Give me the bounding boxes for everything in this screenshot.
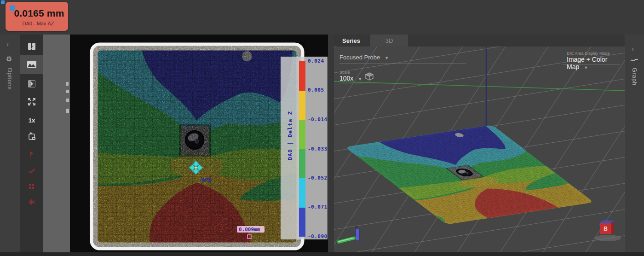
gear-icon[interactable]: ⚙	[6, 55, 12, 63]
colorbar-segment	[299, 61, 305, 91]
check-tool-button[interactable]	[20, 163, 43, 179]
colorbar-title: DA0 | Delta Z	[287, 111, 293, 160]
display-mode-label: DIC Area Display Mode	[567, 51, 610, 56]
colorbar-tick: 0.005	[308, 87, 329, 93]
navigation-cube[interactable]: B	[594, 220, 624, 242]
image-view-button[interactable]	[20, 55, 43, 74]
view-tabbar: Series 3D	[334, 35, 625, 47]
expand-arrows-icon	[28, 98, 36, 106]
options-panel-strip: › ⚙ Options	[0, 35, 20, 252]
split-image-left-icon	[28, 42, 36, 51]
probe-label: AP0	[201, 177, 212, 183]
colorbar-segment	[299, 120, 305, 149]
dropdown-underline	[339, 64, 466, 64]
colorbar-tick: -0.014	[308, 116, 329, 122]
clipped-ui-marks	[66, 109, 69, 113]
panel-divider[interactable]	[328, 35, 334, 252]
probe-dot-3d	[472, 134, 475, 136]
result-badge[interactable]: 0.0165 mm DA0 - Max ΔZ	[6, 2, 68, 31]
copy-view-button[interactable]	[20, 128, 43, 144]
axis-triad: z	[336, 223, 365, 248]
chevron-down-icon: ▼	[358, 77, 362, 81]
navcube-base	[594, 235, 621, 241]
zoom-level-label: 1x	[29, 117, 35, 124]
scale-label: Scale	[339, 70, 350, 75]
colorbar-tick: -0.033	[308, 146, 329, 152]
graph-panel-strip[interactable]: › Graph	[625, 35, 644, 252]
colorbar-tick: -0.090	[308, 233, 329, 239]
colorbar-tick: 0.024	[308, 58, 329, 64]
specimen-color-map-2d[interactable]: AP0 0.009mm	[90, 42, 305, 250]
clipped-ui-marks	[66, 99, 69, 102]
flag-tool-icon	[29, 151, 35, 157]
asterisk-tool-button[interactable]	[20, 194, 43, 210]
colorbar-segment	[299, 178, 305, 208]
colorbar-segment	[299, 208, 305, 237]
bottom-edge-strip	[0, 252, 644, 256]
clipped-ui-marks	[66, 82, 69, 86]
clipped-ui-marks	[66, 90, 69, 93]
viewer-gutter	[43, 35, 70, 252]
colorbar-tick: -0.052	[308, 175, 329, 181]
focused-probe-dropdown[interactable]: Focused Probe▼	[339, 54, 389, 61]
chevron-down-icon: ▼	[385, 56, 389, 60]
zoom-level-button[interactable]: 1x	[20, 112, 43, 128]
navcube-front-face[interactable]: B	[600, 223, 611, 234]
line-chart-icon	[630, 57, 638, 65]
check-tool-icon	[29, 169, 35, 173]
expand-options-chevron-icon[interactable]: ›	[6, 40, 9, 48]
viewer-3d-panel[interactable]: Series 3D Focused Probe▼ Scale 100x▼ DIC…	[334, 35, 625, 252]
asterisk-tool-icon	[29, 199, 35, 205]
tab-series[interactable]: Series	[334, 35, 368, 47]
pair-markers-icon	[29, 183, 35, 190]
split-image-right-icon	[28, 80, 36, 88]
compare-right-view-button[interactable]	[20, 76, 43, 92]
navcube-side-face	[611, 221, 614, 234]
scale-value: 100x	[339, 75, 353, 82]
scale-cube-icon	[364, 71, 374, 83]
graph-panel-title: Graph	[631, 68, 638, 86]
colorbar-swatches	[299, 61, 305, 237]
viewer-toolbar: 1x	[20, 35, 43, 252]
colorbar-segment	[299, 149, 305, 179]
dropdown-underline	[339, 83, 363, 83]
focused-probe-value: Focused Probe	[339, 54, 380, 61]
probe-flag-tool-button[interactable]	[20, 146, 43, 163]
colorbar-tick: -0.071	[308, 204, 329, 210]
annotation-label: 0.009mm	[239, 227, 260, 233]
colorbar-segment	[299, 91, 305, 120]
pair-markers-tool-button[interactable]	[20, 178, 43, 195]
series-color-dot	[1, 0, 5, 4]
result-value: 0.0165 mm	[6, 8, 68, 19]
colorbar-legend: DA0 | Delta Z 0.024 0.005 -0.014 -0.033 …	[281, 57, 328, 239]
result-label: DA0 - Max ΔZ	[6, 21, 68, 26]
perspective-grid	[334, 47, 625, 252]
chevron-down-icon: ▼	[584, 65, 588, 70]
tab-3d[interactable]: 3D	[370, 35, 408, 47]
expand-graph-chevron-icon[interactable]: ›	[632, 45, 634, 52]
options-panel-title: Options	[6, 68, 13, 90]
copy-image-icon	[28, 132, 36, 140]
scale-dropdown[interactable]: 100x▼	[339, 75, 362, 82]
image-icon	[27, 61, 36, 68]
compare-left-view-button[interactable]	[20, 38, 43, 55]
fit-view-button[interactable]	[20, 93, 43, 110]
display-mode-dropdown[interactable]: Image + Color Map▼	[567, 56, 625, 70]
dropdown-underline	[563, 64, 620, 64]
